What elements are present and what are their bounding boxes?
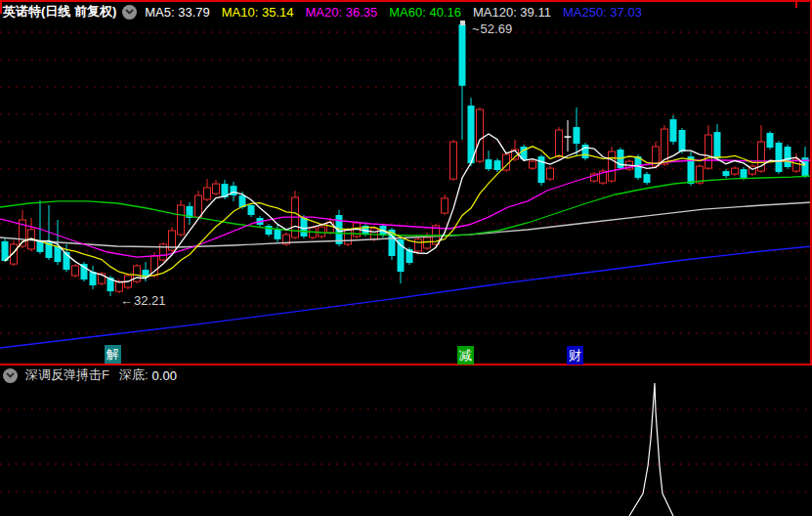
candle: [767, 131, 774, 150]
candle: [670, 115, 677, 145]
annotation-arrow: ←: [120, 293, 133, 308]
candle: [90, 266, 97, 289]
candle: [582, 143, 589, 160]
chevron-down-icon: [125, 9, 134, 15]
candle: [450, 140, 457, 181]
candle: [785, 145, 791, 169]
candle: [494, 158, 501, 172]
candle: [609, 147, 616, 183]
candle: [169, 227, 176, 252]
low-price-label: 32.21: [134, 293, 166, 308]
candle: [723, 169, 730, 178]
event-marker-jian[interactable]: 减: [457, 346, 474, 365]
candle: [187, 202, 193, 225]
candle: [213, 180, 220, 195]
tdx-chart-window: 英诺特(日线 前复权) MA5: 33.79 MA10: 35.14 MA20:…: [0, 0, 812, 516]
event-marker-jie[interactable]: 解: [105, 345, 121, 364]
stock-title: 英诺特(日线 前复权): [3, 3, 116, 21]
candle: [477, 108, 484, 163]
high-price-annotation: ~52.69: [472, 22, 512, 35]
candle: [442, 194, 449, 215]
candle: [275, 225, 281, 242]
candlestick-chart-canvas[interactable]: [0, 0, 812, 516]
indicator-line-value: 0.00: [152, 368, 177, 383]
candle: [749, 164, 756, 176]
candle: [705, 125, 712, 170]
ma120-readout: MA120: 39.11: [473, 5, 551, 20]
candle: [283, 233, 290, 246]
candle: [319, 225, 325, 238]
candle: [679, 128, 686, 153]
main-chart-header: 英诺特(日线 前复权) MA5: 33.79 MA10: 35.14 MA20:…: [3, 3, 654, 21]
chevron-down-icon: [6, 372, 15, 378]
annotation-arrow: ~: [472, 22, 480, 36]
candle: [134, 264, 141, 283]
candle: [644, 172, 651, 185]
indicator-panel-header: 深调反弹搏击F 深底: 0.00: [3, 366, 177, 384]
candle: [732, 166, 739, 176]
candle: [547, 166, 554, 181]
candle: [266, 224, 273, 236]
event-marker-cai[interactable]: 财: [567, 346, 583, 365]
high-point-marker: [460, 21, 465, 25]
candle: [415, 237, 422, 253]
candle: [28, 218, 35, 251]
low-price-annotation: ←32.21: [120, 294, 166, 307]
candle: [688, 151, 695, 186]
candle: [521, 145, 528, 161]
candle: [248, 203, 255, 217]
candle: [565, 120, 572, 151]
collapse-indicator-icon[interactable]: [3, 368, 18, 383]
panel-divider: [0, 364, 812, 366]
candle: [600, 169, 607, 185]
ma20-readout: MA20: 36.35: [306, 5, 378, 20]
ma10-readout: MA10: 35.14: [222, 5, 294, 20]
indicator-name: 深调反弹搏击F: [25, 366, 109, 384]
candle: [776, 141, 783, 174]
candle: [714, 124, 721, 161]
candle: [556, 127, 563, 158]
candle: [72, 264, 79, 278]
candle: [459, 22, 466, 140]
high-price-label: 52.69: [481, 22, 513, 36]
indicator-line-label: 深底:: [119, 366, 149, 384]
candle: [486, 150, 492, 171]
candle: [37, 200, 44, 254]
candle: [538, 154, 545, 186]
ma60-readout: MA60: 40.16: [389, 5, 461, 20]
candle: [204, 179, 211, 201]
collapse-main-chart-icon[interactable]: [122, 5, 137, 20]
candle: [178, 200, 185, 236]
indicator-spike-line: [629, 383, 673, 516]
ma250-readout: MA250: 37.03: [563, 5, 642, 20]
ma5-readout: MA5: 33.79: [145, 5, 210, 20]
candle: [591, 172, 598, 183]
candle: [160, 242, 167, 262]
candle: [574, 108, 580, 156]
candle: [530, 159, 536, 170]
ma120-line: [0, 202, 812, 247]
